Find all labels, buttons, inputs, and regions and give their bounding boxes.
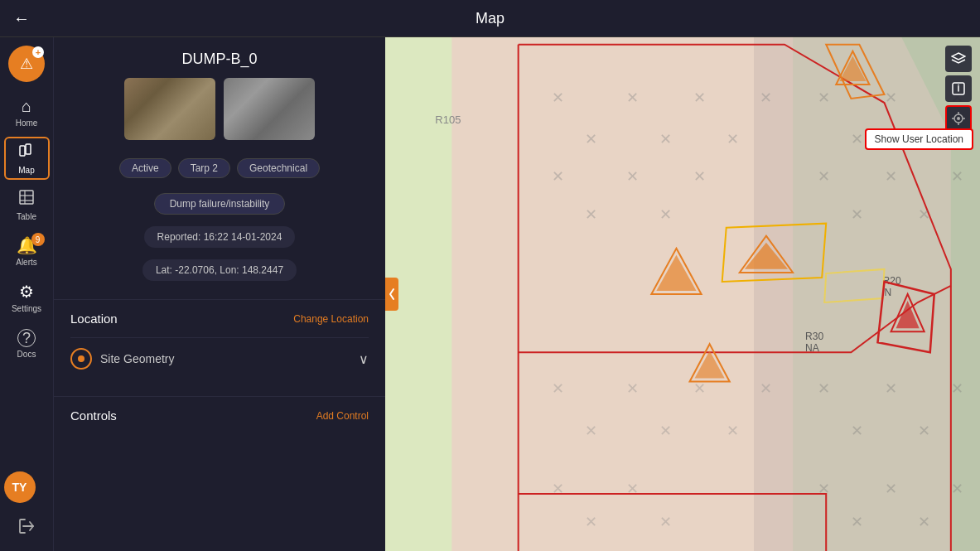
sidebar-label-home: Home [16, 118, 38, 128]
svg-text:✕: ✕ [885, 481, 897, 497]
reported-info: Reported: 16:22 14-01-2024 [144, 226, 296, 248]
svg-text:✕: ✕ [951, 381, 963, 398]
svg-text:✕: ✕ [552, 168, 564, 185]
svg-text:✕: ✕ [626, 481, 639, 497]
map-background: R105 R20 N R30 NA [385, 37, 980, 551]
sidebar-label-table: Table [17, 212, 36, 221]
sidebar-item-table[interactable]: Table [4, 183, 50, 226]
svg-text:✕: ✕ [918, 514, 930, 530]
svg-text:NA: NA [805, 342, 820, 354]
sidebar-item-docs[interactable]: ? Docs [4, 322, 50, 365]
logout-button[interactable] [4, 510, 50, 543]
alert-add-button[interactable]: ⚠ + [8, 46, 45, 82]
tag-tarp[interactable]: Tarp 2 [178, 158, 230, 178]
svg-text:✕: ✕ [659, 131, 672, 147]
svg-text:✕: ✕ [727, 131, 739, 147]
back-button[interactable]: ← [13, 9, 30, 28]
controls-title: Controls [70, 408, 117, 423]
svg-text:✕: ✕ [760, 89, 772, 106]
svg-text:✕: ✕ [693, 89, 706, 106]
site-geometry-row[interactable]: Site Geometry ∨ [70, 337, 369, 379]
sidebar-label-docs: Docs [17, 350, 36, 359]
site-geometry-label: Site Geometry [100, 352, 174, 365]
panel: DUMP-B_0 Active Tarp 2 Geotechnical Dump… [54, 37, 385, 551]
svg-text:R105: R105 [435, 114, 461, 126]
svg-text:✕: ✕ [918, 206, 930, 223]
info-tags: Active Tarp 2 Geotechnical Dump failure/… [54, 158, 385, 292]
sidebar-item-home[interactable]: ⌂ Home [4, 90, 50, 133]
plus-badge: + [32, 46, 44, 58]
settings-icon: ⚙ [19, 282, 34, 302]
controls-header: Controls Add Control [70, 397, 369, 434]
site-image-1[interactable] [124, 78, 215, 140]
show-user-location-tooltip: Show User Location [865, 128, 973, 150]
site-geo-left: Site Geometry [70, 348, 174, 370]
svg-point-73 [958, 85, 959, 86]
svg-text:✕: ✕ [727, 423, 739, 439]
sidebar: ⚠ + ⌂ Home Map [0, 37, 54, 551]
chevron-down-icon: ∨ [359, 351, 369, 367]
svg-text:✕: ✕ [951, 168, 963, 185]
svg-rect-2 [20, 191, 33, 204]
svg-text:✕: ✕ [659, 423, 672, 439]
svg-text:R30: R30 [805, 331, 823, 342]
tag-geotechnical[interactable]: Geotechnical [237, 158, 320, 178]
svg-text:✕: ✕ [885, 89, 897, 106]
svg-text:✕: ✕ [818, 168, 830, 185]
tag-active[interactable]: Active [119, 158, 171, 178]
page-title: Map [476, 10, 504, 27]
svg-text:✕: ✕ [626, 168, 639, 185]
sidebar-label-map: Map [18, 166, 34, 175]
svg-text:✕: ✕ [552, 481, 564, 497]
svg-text:✕: ✕ [585, 423, 597, 439]
svg-text:✕: ✕ [693, 168, 706, 185]
svg-text:✕: ✕ [760, 381, 772, 398]
avatar[interactable]: TY [4, 471, 36, 503]
sidebar-item-settings[interactable]: ⚙ Settings [4, 276, 50, 319]
location-coords: Lat: -22.0706, Lon: 148.2447 [142, 259, 297, 281]
svg-text:✕: ✕ [659, 514, 672, 530]
svg-text:✕: ✕ [885, 381, 897, 398]
docs-icon: ? [17, 329, 36, 347]
map-area[interactable]: R105 R20 N R30 NA [385, 37, 980, 551]
panel-header: DUMP-B_0 [54, 37, 385, 158]
svg-text:✕: ✕ [585, 514, 597, 530]
location-header: Location Change Location [70, 300, 369, 337]
svg-text:✕: ✕ [851, 206, 863, 223]
main-layout: ⚠ + ⌂ Home Map [0, 37, 980, 551]
svg-text:✕: ✕ [851, 423, 863, 439]
svg-text:✕: ✕ [659, 206, 672, 223]
sidebar-item-map[interactable]: Map [4, 137, 50, 180]
change-location-button[interactable]: Change Location [293, 313, 369, 325]
map-svg: R105 R20 N R30 NA [385, 37, 980, 551]
svg-point-75 [957, 117, 960, 120]
svg-text:✕: ✕ [585, 131, 597, 147]
panel-collapse-button[interactable] [385, 278, 398, 311]
alert-icon: ⚠ [20, 55, 33, 73]
sidebar-bottom: TY [4, 471, 50, 543]
svg-text:N: N [885, 287, 892, 298]
failure-tag[interactable]: Dump failure/instability [154, 193, 286, 215]
tags-row: Active Tarp 2 Geotechnical [119, 158, 320, 178]
svg-text:✕: ✕ [693, 381, 706, 398]
map-icon [18, 143, 35, 163]
svg-text:✕: ✕ [918, 423, 930, 439]
svg-text:✕: ✕ [818, 89, 830, 106]
site-image-2[interactable] [224, 78, 315, 140]
info-button[interactable] [945, 75, 972, 102]
svg-text:✕: ✕ [818, 481, 830, 497]
svg-rect-1 [26, 144, 31, 154]
panel-wrapper: DUMP-B_0 Active Tarp 2 Geotechnical Dump… [54, 37, 385, 551]
add-control-button[interactable]: Add Control [316, 410, 369, 422]
layers-button[interactable] [945, 46, 972, 72]
svg-text:✕: ✕ [585, 206, 597, 223]
svg-text:✕: ✕ [818, 381, 830, 398]
sidebar-label-alerts: Alerts [16, 258, 37, 267]
site-name: DUMP-B_0 [181, 51, 257, 68]
svg-text:✕: ✕ [885, 168, 897, 185]
alerts-badge: 9 [31, 233, 45, 246]
sidebar-item-alerts[interactable]: 9 🔔 Alerts [4, 230, 50, 273]
sidebar-label-settings: Settings [12, 304, 41, 313]
location-section: Location Change Location Site Geometry ∨ [54, 299, 385, 379]
header: ← Map [0, 0, 980, 37]
